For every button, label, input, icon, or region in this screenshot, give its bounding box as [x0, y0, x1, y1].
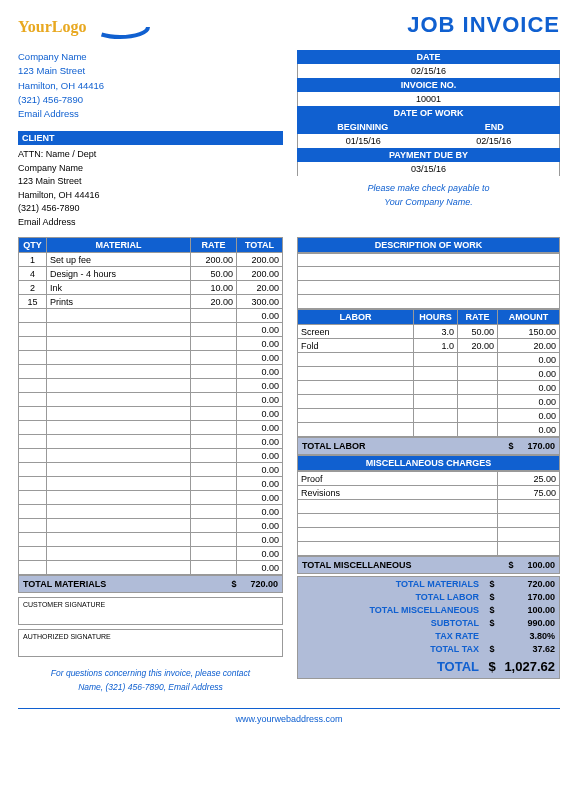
beginning-value: 01/15/16 [298, 134, 429, 148]
col-amount: AMOUNT [498, 310, 560, 325]
table-row: 0.00 [19, 449, 283, 463]
summary-box: TOTAL MATERIALS$720.00 TOTAL LABOR$170.0… [297, 576, 560, 679]
beginning-header: BEGINNING [297, 120, 429, 134]
table-row: 0.00 [19, 337, 283, 351]
payable-note: Please make check payable to Your Compan… [297, 176, 560, 215]
summary-labor: 170.00 [499, 592, 555, 602]
col-rate: RATE [191, 238, 237, 253]
client-email: Email Address [18, 216, 283, 230]
table-row: 0.00 [19, 393, 283, 407]
total-misc-label: TOTAL MISCELLANEOUS [302, 560, 412, 570]
table-row: 2Ink10.0020.00 [19, 281, 283, 295]
table-row: 0.00 [19, 309, 283, 323]
table-row: 0.00 [19, 519, 283, 533]
table-row [298, 500, 560, 514]
client-phone: (321) 456-7890 [18, 202, 283, 216]
authorized-signature: AUTHORIZED SIGNATURE [18, 629, 283, 657]
contact-note: For questions concerning this invoice, p… [18, 667, 283, 694]
header: YourLogo JOB INVOICE [18, 12, 560, 42]
payment-due-header: PAYMENT DUE BY [297, 148, 560, 162]
summary-subtotal: 990.00 [499, 618, 555, 628]
date-header: DATE [297, 50, 560, 64]
total-labor-value: 170.00 [527, 441, 555, 451]
materials-table: QTY MATERIAL RATE TOTAL 1Set up fee200.0… [18, 237, 283, 575]
table-row: 0.00 [19, 477, 283, 491]
company-email: Email Address [18, 107, 283, 121]
table-row: 0.00 [19, 351, 283, 365]
table-row: 0.00 [19, 505, 283, 519]
summary-tax: 37.62 [499, 644, 555, 654]
col-qty: QTY [19, 238, 47, 253]
misc-table: Proof25.00Revisions75.00 [297, 471, 560, 556]
total-labor-label: TOTAL LABOR [302, 441, 366, 451]
col-hours: HOURS [414, 310, 458, 325]
total-misc-bar: TOTAL MISCELLANEOUS $100.00 [297, 556, 560, 574]
client-street: 123 Main Street [18, 175, 283, 189]
table-row: 0.00 [19, 365, 283, 379]
svg-point-0 [92, 17, 148, 37]
list-item [297, 267, 560, 281]
table-row: 15Prints20.00300.00 [19, 295, 283, 309]
table-row: 0.00 [298, 367, 560, 381]
table-row: 0.00 [298, 423, 560, 437]
table-row: Screen3.050.00150.00 [298, 325, 560, 339]
total-materials-bar: TOTAL MATERIALS $720.00 [18, 575, 283, 593]
table-row: 0.00 [19, 379, 283, 393]
client-city: Hamilton, OH 44416 [18, 189, 283, 203]
page-title: JOB INVOICE [407, 12, 560, 38]
client-name: Company Name [18, 162, 283, 176]
table-row [298, 542, 560, 556]
logo: YourLogo [18, 12, 170, 42]
table-row: 0.00 [19, 323, 283, 337]
table-row: 4Design - 4 hours50.00200.00 [19, 267, 283, 281]
invoice-no-header: INVOICE NO. [297, 78, 560, 92]
payment-due-value: 03/15/16 [297, 162, 560, 176]
client-header: CLIENT [18, 131, 283, 145]
table-row: 0.00 [19, 463, 283, 477]
summary-misc: 100.00 [499, 605, 555, 615]
col-material: MATERIAL [47, 238, 191, 253]
table-row: Fold1.020.0020.00 [298, 339, 560, 353]
table-row: Revisions75.00 [298, 486, 560, 500]
total-labor-bar: TOTAL LABOR $170.00 [297, 437, 560, 455]
client-info: ATTN: Name / Dept Company Name 123 Main … [18, 145, 283, 235]
table-row: 0.00 [298, 409, 560, 423]
list-item [297, 295, 560, 309]
footer-url: www.yourwebaddress.com [18, 708, 560, 724]
list-item [297, 281, 560, 295]
misc-header: MISCELLANEOUS CHARGES [297, 455, 560, 471]
table-row: Proof25.00 [298, 472, 560, 486]
date-value: 02/15/16 [297, 64, 560, 78]
company-city: Hamilton, OH 44416 [18, 79, 283, 93]
labor-table: LABOR HOURS RATE AMOUNT Screen3.050.0015… [297, 309, 560, 437]
col-labor: LABOR [298, 310, 414, 325]
summary-total: 1,027.62 [499, 659, 555, 674]
company-phone: (321) 456-7890 [18, 93, 283, 107]
total-materials-label: TOTAL MATERIALS [23, 579, 106, 589]
table-row: 0.00 [298, 395, 560, 409]
table-row: 0.00 [19, 421, 283, 435]
summary-taxrate: 3.80% [499, 631, 555, 641]
col-total: TOTAL [237, 238, 283, 253]
end-header: END [429, 120, 561, 134]
table-row [298, 514, 560, 528]
total-materials-value: 720.00 [250, 579, 278, 589]
table-row: 1Set up fee200.00200.00 [19, 253, 283, 267]
table-row: 0.00 [19, 491, 283, 505]
summary-materials: 720.00 [499, 579, 555, 589]
table-row: 0.00 [298, 381, 560, 395]
col-labor-rate: RATE [458, 310, 498, 325]
table-row: 0.00 [19, 547, 283, 561]
end-value: 02/15/16 [429, 134, 560, 148]
customer-signature: CUSTOMER SIGNATURE [18, 597, 283, 625]
description-header: DESCRIPTION OF WORK [297, 237, 560, 253]
company-name: Company Name [18, 50, 283, 64]
table-row [298, 528, 560, 542]
table-row: 0.00 [19, 533, 283, 547]
company-info: Company Name 123 Main Street Hamilton, O… [18, 50, 283, 121]
table-row: 0.00 [19, 407, 283, 421]
table-row: 0.00 [19, 435, 283, 449]
company-street: 123 Main Street [18, 64, 283, 78]
client-attn: ATTN: Name / Dept [18, 148, 283, 162]
list-item [297, 253, 560, 267]
